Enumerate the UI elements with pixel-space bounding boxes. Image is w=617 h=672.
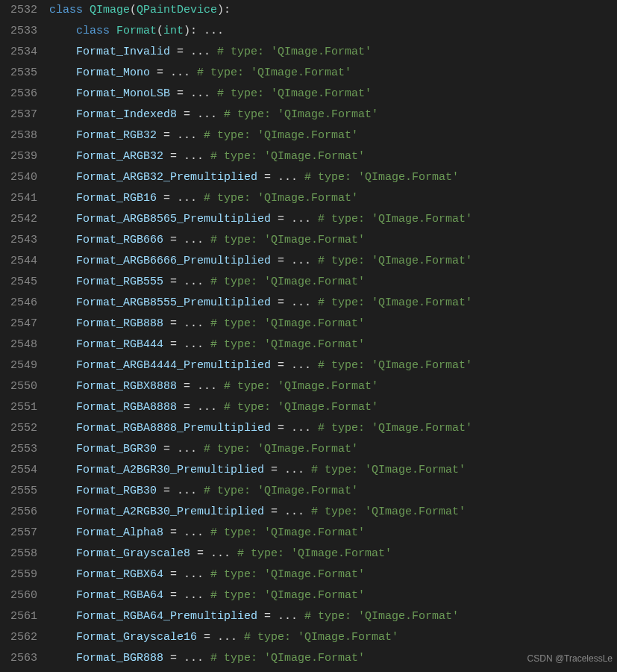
code-token: = ... [163,652,210,665]
code-token: Format_RGB666 [76,234,163,246]
code-line[interactable]: Format_RGB444 = ... # type: 'QImage.Form… [49,335,617,355]
line-number-gutter: 2532253325342535253625372538253925402541… [0,0,49,669]
code-line[interactable]: Format_ARGB32 = ... # type: 'QImage.Form… [49,146,617,167]
code-line[interactable]: Format_Mono = ... # type: 'QImage.Format… [49,63,617,84]
code-token: # type: 'QImage.Format' [197,66,351,79]
code-line[interactable]: Format_ARGB8555_Premultiplied = ... # ty… [49,293,617,314]
code-token: Format_A2RGB30_Premultiplied [76,505,264,518]
code-line[interactable]: Format_A2RGB30_Premultiplied = ... # typ… [49,502,617,523]
code-token: Format_RGBX8888 [76,380,177,393]
code-token: = ... [157,485,204,497]
code-token: # type: 'QImage.Format' [217,46,372,58]
code-line[interactable]: Format_RGB666 = ... # type: 'QImage.Form… [49,230,617,251]
code-line[interactable]: Format_RGBA64_Premultiplied = ... # type… [49,606,617,627]
code-token: ( [130,4,137,16]
code-token: Format_RGB16 [76,192,157,205]
code-token: # type: 'QImage.Format' [204,192,358,205]
code-token: # type: 'QImage.Format' [311,464,466,476]
code-token: # type: 'QImage.Format' [204,443,358,455]
code-line[interactable]: Format_ARGB32_Premultiplied = ... # type… [49,167,617,188]
code-line[interactable]: Format_ARGB6666_Premultiplied = ... # ty… [49,251,617,272]
code-token: # type: 'QImage.Format' [210,652,365,665]
code-editor[interactable]: 2532253325342535253625372538253925402541… [0,0,617,669]
code-token: Format_ARGB6666_Premultiplied [76,255,271,267]
code-line[interactable]: Format_Indexed8 = ... # type: 'QImage.Fo… [49,105,617,125]
line-number: 2543 [0,230,37,251]
code-token: Format_ARGB8555_Premultiplied [76,296,271,309]
code-line[interactable]: Format_Grayscale8 = ... # type: 'QImage.… [49,544,617,564]
code-token: # type: 'QImage.Format' [224,380,378,393]
code-token: # type: 'QImage.Format' [204,485,358,497]
code-token: Format_RGB444 [76,338,163,351]
code-token: # type: 'QImage.Format' [224,401,378,414]
code-line[interactable]: Format_Grayscale16 = ... # type: 'QImage… [49,627,617,648]
code-token: ): [217,4,231,16]
code-token: ): ... [184,25,224,37]
code-token: Format_Invalid [76,46,170,58]
code-token: Format_RGB32 [76,129,157,142]
code-token: class [49,4,90,16]
code-line[interactable]: Format_Alpha8 = ... # type: 'QImage.Form… [49,523,617,544]
code-token: = ... [170,46,217,58]
line-number: 2556 [0,502,37,523]
code-line[interactable]: Format_RGBA64 = ... # type: 'QImage.Form… [49,585,617,606]
line-number: 2533 [0,21,37,42]
code-token: # type: 'QImage.Format' [210,589,365,602]
code-line[interactable]: Format_RGB888 = ... # type: 'QImage.Form… [49,314,617,335]
code-token: # type: 'QImage.Format' [210,338,365,351]
code-token: # type: 'QImage.Format' [224,108,378,121]
line-number: 2548 [0,335,37,355]
code-token: = ... [163,150,210,163]
code-token: # type: 'QImage.Format' [210,317,365,330]
code-line[interactable]: Format_RGBA8888_Premultiplied = ... # ty… [49,418,617,439]
line-number: 2542 [0,209,37,230]
code-token: Format_RGB555 [76,276,163,288]
code-token: # type: 'QImage.Format' [311,505,466,518]
code-line[interactable]: Format_Invalid = ... # type: 'QImage.For… [49,42,617,63]
line-number: 2547 [0,314,37,335]
code-line[interactable]: Format_RGBA8888 = ... # type: 'QImage.Fo… [49,397,617,418]
line-number: 2560 [0,585,37,606]
code-line[interactable]: Format_RGB32 = ... # type: 'QImage.Forma… [49,125,617,146]
code-line[interactable]: Format_ARGB8565_Premultiplied = ... # ty… [49,209,617,230]
code-token: Format_MonoLSB [76,87,170,100]
code-line[interactable]: Format_BGR30 = ... # type: 'QImage.Forma… [49,439,617,460]
code-token: class [76,25,116,37]
code-token: Format_Mono [76,66,150,79]
code-token: = ... [264,464,311,476]
code-line[interactable]: Format_RGBX8888 = ... # type: 'QImage.Fo… [49,376,617,397]
line-number: 2552 [0,418,37,439]
code-line[interactable]: Format_RGBX64 = ... # type: 'QImage.Form… [49,564,617,585]
code-line[interactable]: class QImage(QPaintDevice): [49,0,617,21]
code-line[interactable]: Format_RGB16 = ... # type: 'QImage.Forma… [49,188,617,209]
code-token: = ... [177,380,224,393]
code-token: = ... [163,526,210,539]
line-number: 2559 [0,564,37,585]
code-token: # type: 'QImage.Format' [244,631,398,644]
line-number: 2537 [0,105,37,125]
code-line[interactable]: Format_MonoLSB = ... # type: 'QImage.For… [49,84,617,105]
code-token: = ... [157,129,204,142]
line-number: 2554 [0,460,37,481]
code-token: Format_ARGB32 [76,150,163,163]
code-line[interactable]: Format_ARGB4444_Premultiplied = ... # ty… [49,355,617,376]
code-token: Format_RGB888 [76,317,163,330]
code-area[interactable]: class QImage(QPaintDevice): class Format… [49,0,617,669]
line-number: 2532 [0,0,37,21]
code-token: # type: 'QImage.Format' [318,296,472,309]
line-number: 2558 [0,544,37,564]
code-token: Format_RGB30 [76,485,157,497]
code-line[interactable]: Format_A2BGR30_Premultiplied = ... # typ… [49,460,617,481]
code-token: = ... [264,505,311,518]
code-token: = ... [157,443,204,455]
code-token: # type: 'QImage.Format' [318,213,472,225]
code-line[interactable]: class Format(int): ... [49,21,617,42]
line-number: 2551 [0,397,37,418]
code-line[interactable]: Format_RGB30 = ... # type: 'QImage.Forma… [49,481,617,502]
code-token: Format_Grayscale8 [76,547,190,560]
code-line[interactable]: Format_RGB555 = ... # type: 'QImage.Form… [49,272,617,293]
code-token: = ... [163,234,210,246]
code-token: # type: 'QImage.Format' [210,276,365,288]
code-token: = ... [170,87,217,100]
code-token: # type: 'QImage.Format' [304,171,459,184]
